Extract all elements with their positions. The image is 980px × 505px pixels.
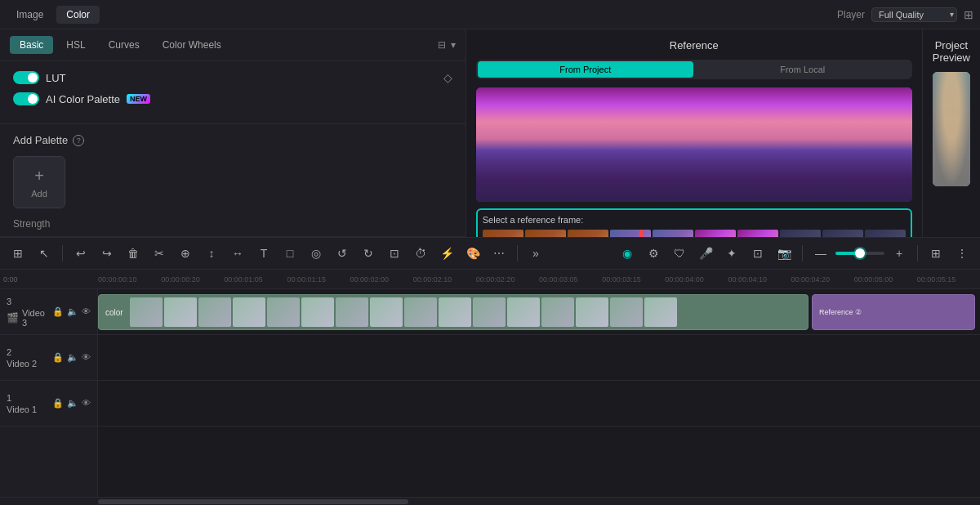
tool-record[interactable]: ◉ bbox=[616, 242, 639, 265]
lut-toggle[interactable] bbox=[13, 71, 39, 84]
frame-strip[interactable] bbox=[483, 230, 906, 237]
clip-reference[interactable]: Reference ② bbox=[812, 294, 975, 330]
tool-rotate-right[interactable]: ↻ bbox=[357, 242, 380, 265]
zoom-slider[interactable] bbox=[835, 252, 884, 255]
tool-multiselect[interactable]: ⊞ bbox=[7, 242, 29, 265]
clip-thumb-1 bbox=[130, 297, 163, 327]
frame-thumb-3[interactable] bbox=[568, 230, 608, 237]
tool-more[interactable]: ⋯ bbox=[488, 242, 510, 265]
lake-overlay bbox=[476, 87, 912, 202]
player-label: Player bbox=[837, 9, 865, 20]
tool-more2[interactable]: » bbox=[524, 242, 547, 265]
tool-text[interactable]: T bbox=[252, 242, 275, 265]
ruler-left-space: 0:00 bbox=[0, 275, 98, 284]
video3-eye-icon[interactable]: 👁 bbox=[82, 306, 91, 317]
video2-lock-icon[interactable]: 🔒 bbox=[52, 352, 64, 363]
tab-curves[interactable]: Curves bbox=[99, 36, 149, 54]
reference-title: Reference bbox=[476, 39, 912, 51]
video1-speaker-icon[interactable]: 🔈 bbox=[67, 398, 78, 409]
lut-keyframe-icon[interactable]: ◇ bbox=[443, 71, 452, 84]
tool-grid2[interactable]: ⊡ bbox=[746, 242, 769, 265]
reference-frame-select[interactable]: Select a reference frame: bbox=[476, 208, 912, 237]
video2-eye-icon[interactable]: 👁 bbox=[82, 352, 91, 363]
right-panel: Reference From Project From Local Select… bbox=[466, 29, 980, 237]
tool-split[interactable]: ⊕ bbox=[174, 242, 197, 265]
frame-thumb-8[interactable] bbox=[780, 230, 821, 237]
tool-rotate-left[interactable]: ↺ bbox=[331, 242, 354, 265]
track-labels: 3 🎬 Video 3 🔒 🔈 👁 2 Video 2 bbox=[0, 289, 98, 497]
tool-camera[interactable]: 📷 bbox=[773, 242, 795, 265]
tool-color[interactable]: 🎨 bbox=[461, 242, 484, 265]
horizontal-scrollbar[interactable] bbox=[0, 497, 980, 505]
tool-select[interactable]: ↖ bbox=[33, 242, 56, 265]
track-label-video1: 1 Video 1 🔒 🔈 👁 bbox=[0, 381, 97, 427]
from-project-tab[interactable]: From Project bbox=[478, 61, 693, 78]
video3-lock-icon[interactable]: 🔒 bbox=[52, 306, 64, 317]
ruler-tick-7: 00:00:02:20 bbox=[476, 275, 539, 284]
expand-icon[interactable]: ⊟ bbox=[438, 39, 446, 51]
tab-basic[interactable]: Basic bbox=[10, 36, 53, 54]
add-palette-button[interactable]: + Add bbox=[13, 156, 65, 208]
tool-settings[interactable]: ⚙ bbox=[642, 242, 665, 265]
frame-thumb-1[interactable] bbox=[483, 230, 523, 237]
tool-delete[interactable]: 🗑 bbox=[122, 242, 145, 265]
lut-toggle-row: LUT ◇ bbox=[13, 71, 452, 84]
tab-hsl[interactable]: HSL bbox=[56, 36, 95, 54]
tool-sep-4 bbox=[917, 245, 918, 261]
tool-move-horizontal[interactable]: ↔ bbox=[226, 242, 249, 265]
tool-cut[interactable]: ✂ bbox=[148, 242, 171, 265]
frame-thumb-10[interactable] bbox=[865, 230, 906, 237]
top-bar-right: Player Full Quality Half Quality Quarter… bbox=[837, 7, 973, 22]
tracks-area: 3 🎬 Video 3 🔒 🔈 👁 2 Video 2 bbox=[0, 289, 980, 497]
tool-shield[interactable]: 🛡 bbox=[668, 242, 691, 265]
zoom-out-btn[interactable]: — bbox=[809, 242, 832, 265]
track-row-video1 bbox=[98, 381, 980, 427]
tool-effect[interactable]: ⚡ bbox=[435, 242, 458, 265]
tool-layout[interactable]: ⊞ bbox=[924, 242, 947, 265]
tool-star[interactable]: ✦ bbox=[720, 242, 743, 265]
zoom-control[interactable] bbox=[835, 252, 884, 255]
video2-speaker-icon[interactable]: 🔈 bbox=[67, 352, 78, 363]
clip-thumb-12 bbox=[507, 297, 540, 327]
zoom-in-btn[interactable]: + bbox=[888, 242, 911, 265]
ruler-tick-12: 00:00:04:20 bbox=[791, 275, 854, 284]
chevron-down-icon[interactable]: ▾ bbox=[451, 39, 456, 51]
frame-thumb-9[interactable] bbox=[822, 230, 863, 237]
clip-color[interactable]: color bbox=[98, 294, 808, 330]
tool-move-vertical[interactable]: ↕ bbox=[200, 242, 223, 265]
tool-grid[interactable]: ⊡ bbox=[383, 242, 406, 265]
frame-thumb-6[interactable] bbox=[695, 230, 736, 237]
ruler-tick-3: 00:00:01:05 bbox=[224, 275, 287, 284]
tool-more3[interactable]: ⋮ bbox=[951, 242, 973, 265]
tool-redo[interactable]: ↪ bbox=[96, 242, 118, 265]
video1-lock-icon[interactable]: 🔒 bbox=[52, 398, 64, 409]
zoom-slider-thumb[interactable] bbox=[855, 248, 865, 258]
clip-thumb-2 bbox=[164, 297, 197, 327]
tool-undo[interactable]: ↩ bbox=[69, 242, 92, 265]
tool-circle[interactable]: ◎ bbox=[305, 242, 327, 265]
tool-shape[interactable]: □ bbox=[278, 242, 301, 265]
tool-timer[interactable]: ⏱ bbox=[409, 242, 432, 265]
tool-sep-1 bbox=[62, 245, 63, 261]
video3-speaker-icon[interactable]: 🔈 bbox=[67, 306, 78, 317]
add-palette-section: Add Palette ? + Add bbox=[0, 124, 466, 218]
tab-color[interactable]: Color bbox=[56, 6, 100, 24]
quality-select[interactable]: Full Quality Half Quality Quarter Qualit… bbox=[871, 7, 957, 22]
info-icon[interactable]: ? bbox=[73, 135, 84, 146]
ruler-tick-11: 00:00:04:10 bbox=[728, 275, 791, 284]
tab-image[interactable]: Image bbox=[7, 6, 53, 24]
ruler-tick-9: 00:00:03:15 bbox=[602, 275, 665, 284]
scrollbar-thumb[interactable] bbox=[98, 499, 408, 504]
clip-thumb-16 bbox=[644, 297, 677, 327]
from-local-tab[interactable]: From Local bbox=[695, 61, 911, 78]
tool-mic[interactable]: 🎤 bbox=[694, 242, 717, 265]
frame-thumb-4[interactable] bbox=[610, 230, 651, 237]
video1-controls: 🔒 🔈 👁 bbox=[52, 398, 91, 409]
video1-eye-icon[interactable]: 👁 bbox=[82, 398, 91, 409]
frame-thumb-2[interactable] bbox=[525, 230, 566, 237]
frame-thumb-5[interactable] bbox=[653, 230, 693, 237]
layout-grid-icon[interactable]: ⊞ bbox=[964, 8, 973, 21]
frame-thumb-7[interactable] bbox=[737, 230, 778, 237]
tab-color-wheels[interactable]: Color Wheels bbox=[153, 36, 231, 54]
ai-palette-toggle[interactable] bbox=[13, 92, 39, 105]
